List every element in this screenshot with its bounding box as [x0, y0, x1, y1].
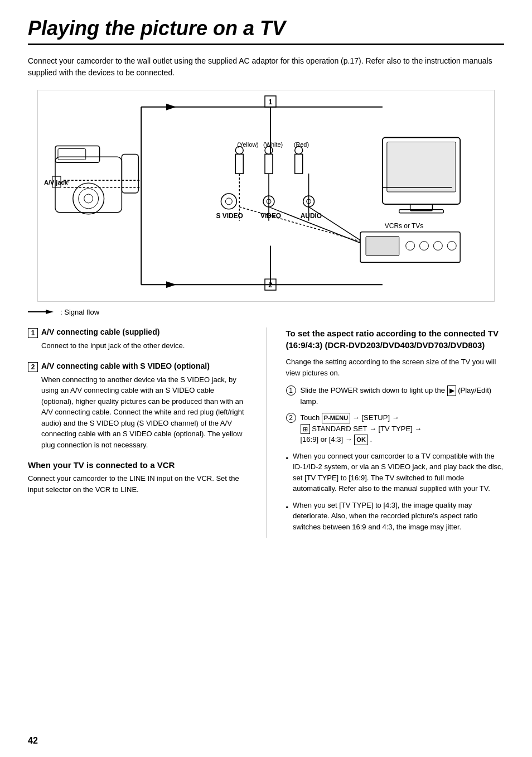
svg-point-3	[79, 189, 99, 209]
svg-point-36	[221, 194, 236, 209]
svg-rect-25	[265, 154, 273, 173]
svg-rect-32	[387, 142, 456, 192]
ok-button-label: OK	[354, 435, 368, 445]
page-title: Playing the picture on a TV	[28, 17, 504, 45]
svg-text:(White): (White)	[263, 141, 283, 148]
step-2-number: 2	[286, 413, 296, 423]
intro-text: Connect your camcorder to the wall outle…	[28, 55, 504, 79]
bullet-2: • When you set [TV TYPE] to [4:3], the i…	[286, 500, 505, 533]
camcorder-illustration: A/V jack	[44, 146, 141, 214]
svg-point-4	[84, 194, 93, 203]
vcr-section-heading: When your TV is connected to a VCR	[28, 460, 246, 470]
item-1-title: A/V connecting cable (supplied)	[41, 327, 159, 336]
step-2-mid2: STANDARD SET → [TV TYPE] →	[312, 425, 422, 433]
svg-line-57	[239, 207, 360, 242]
step-2-content: Touch P-MENU → [SETUP] → ⊞ STANDARD SET …	[301, 412, 505, 445]
svg-point-37	[225, 198, 232, 205]
diagram: A/V jack 1 2 (Yellow)	[37, 90, 495, 302]
svg-point-49	[433, 242, 442, 250]
svg-marker-59	[46, 310, 54, 314]
svg-marker-19	[166, 281, 176, 288]
step-1-content: Slide the POWER switch down to light up …	[301, 385, 505, 407]
vcr-section: When your TV is connected to a VCR Conne…	[28, 460, 246, 495]
item-2-title: A/V connecting cable with S VIDEO (optio…	[41, 361, 210, 370]
svg-text:(Red): (Red)	[294, 141, 309, 148]
svg-rect-46	[366, 237, 399, 256]
page-number: 42	[28, 736, 38, 746]
bullet-2-text: When you set [TV TYPE] to [4:3], the ima…	[293, 500, 504, 533]
svg-point-50	[447, 242, 456, 250]
step-2-opts: [16:9] or [4:3] →	[301, 435, 352, 443]
item-1-number: 1	[28, 328, 38, 338]
signal-flow-legend: : Signal flow	[28, 307, 504, 316]
svg-rect-28	[295, 154, 303, 173]
svg-text:(Yellow): (Yellow)	[237, 141, 259, 148]
step-1-number: 1	[286, 385, 296, 396]
standard-set-icon: ⊞	[301, 424, 310, 435]
column-divider	[266, 327, 267, 538]
item-2-body: When connecting to another device via th…	[41, 374, 246, 451]
item-2: 2 A/V connecting cable with S VIDEO (opt…	[28, 361, 246, 451]
vcr-section-body: Connect your camcorder to the LINE IN in…	[28, 473, 246, 495]
step-1-text-pre: Slide the POWER switch down to light up …	[301, 386, 445, 394]
left-column: 1 A/V connecting cable (supplied) Connec…	[28, 327, 246, 538]
step-2: 2 Touch P-MENU → [SETUP] → ⊞ STANDARD SE…	[286, 412, 505, 445]
step-2-mid1: → [SETUP] →	[352, 413, 399, 422]
svg-rect-34	[399, 210, 444, 213]
svg-point-47	[406, 242, 415, 250]
bullet-1-dot: •	[286, 453, 289, 494]
item-2-number: 2	[28, 362, 38, 372]
right-column: To set the aspect ratio according to the…	[286, 327, 505, 538]
svg-text:1: 1	[268, 98, 272, 106]
play-icon: ▶	[447, 385, 456, 396]
two-column-layout: 1 A/V connecting cable (supplied) Connec…	[28, 327, 504, 538]
svg-point-48	[420, 242, 429, 250]
right-column-heading: To set the aspect ratio according to the…	[286, 327, 505, 351]
svg-marker-16	[166, 104, 176, 110]
pmenu-label: P-MENU	[322, 413, 350, 423]
bullet-1-text: When you connect your camcorder to a TV …	[293, 451, 504, 494]
svg-rect-7	[58, 148, 86, 160]
item-1-body: Connect to the input jack of the other d…	[41, 340, 246, 351]
step-1: 1 Slide the POWER switch down to light u…	[286, 385, 505, 407]
step-2-pre: Touch	[301, 413, 320, 422]
right-intro: Change the setting according to the scre…	[286, 356, 505, 378]
bullet-1: • When you connect your camcorder to a T…	[286, 451, 505, 494]
bullet-2-dot: •	[286, 502, 289, 533]
item-1: 1 A/V connecting cable (supplied) Connec…	[28, 327, 246, 351]
svg-line-55	[309, 207, 361, 240]
signal-flow-text: : Signal flow	[60, 308, 99, 316]
svg-text:VCRs or TVs: VCRs or TVs	[385, 222, 423, 230]
svg-rect-22	[235, 154, 243, 173]
